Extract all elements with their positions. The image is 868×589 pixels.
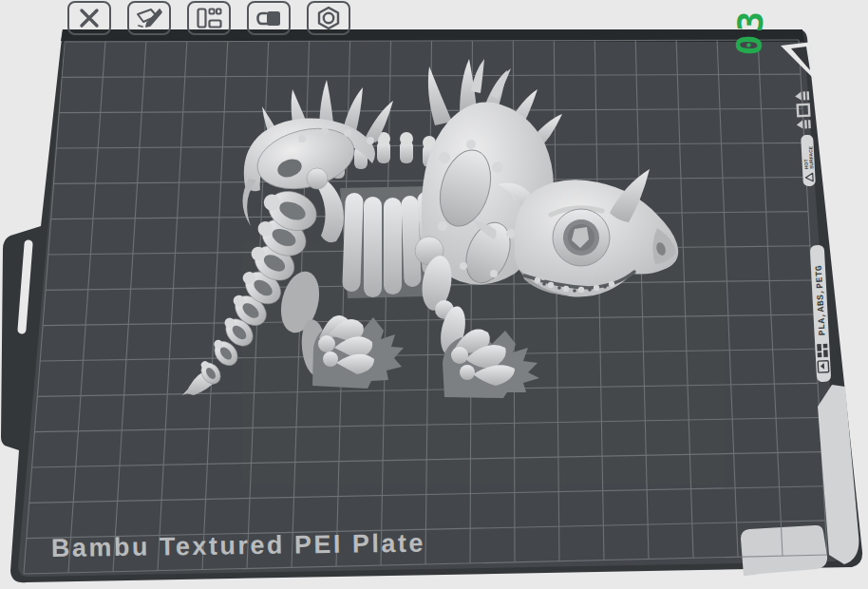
slicer-3d-viewport[interactable]: HOT SURFACE PLA,ABS,PETG <box>0 0 868 589</box>
edit-plate-icon <box>135 7 163 29</box>
build-plate-canvas[interactable]: HOT SURFACE PLA,ABS,PETG <box>0 0 868 589</box>
close-x-icon <box>77 7 102 29</box>
lock-plate-button[interactable] <box>247 1 291 35</box>
rename-plate-button[interactable] <box>127 1 171 35</box>
plate-toolbar <box>67 1 350 35</box>
arrange-layout-icon <box>196 7 222 29</box>
delete-plate-button[interactable] <box>67 1 111 35</box>
plate-settings-button[interactable] <box>307 1 350 35</box>
plate-brand-label: Bambu Textured PEI Plate <box>51 528 425 561</box>
plate-corner-tab <box>741 525 827 576</box>
arrange-plate-button[interactable] <box>187 1 231 35</box>
plate-number: 03 <box>729 8 771 56</box>
gear-nut-icon <box>315 6 342 30</box>
hot-surface-line2: SURFACE <box>807 145 814 169</box>
unlocked-padlock-icon <box>255 7 282 29</box>
